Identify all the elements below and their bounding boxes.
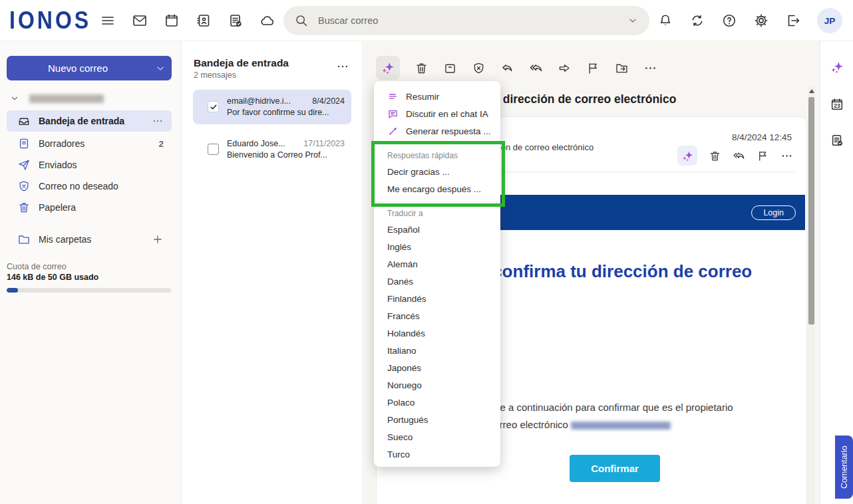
folder-sidebar: Nuevo correo Bandeja de entrada Borrador…	[0, 41, 182, 504]
mail-toolbar	[376, 56, 657, 80]
menu-item-language-danish[interactable]: Danés	[374, 273, 500, 290]
new-mail-split-chevron[interactable]	[149, 63, 172, 74]
sidebar-item-inbox[interactable]: Bandeja de entrada	[7, 110, 172, 132]
archive-icon[interactable]	[443, 61, 457, 75]
more-icon[interactable]	[780, 150, 793, 162]
menu-item-language-english[interactable]: Inglés	[374, 238, 500, 255]
message-list-title: Bandeja de entrada	[194, 57, 289, 69]
message-list-panel: Bandeja de entrada 2 mensajes email@hidr…	[182, 41, 363, 504]
tasks-icon[interactable]	[830, 133, 844, 148]
menu-item-language-japanese[interactable]: Japonés	[374, 359, 500, 376]
menu-item-language-swedish[interactable]: Sueco	[374, 428, 500, 445]
menu-item-language-norwegian[interactable]: Noruego	[374, 376, 500, 394]
bell-icon[interactable]	[657, 13, 673, 29]
message-row[interactable]: email@hidrive.i... 8/4/2024 Por favor co…	[193, 90, 351, 124]
menu-item-label: Discutir en el chat IA	[406, 109, 488, 119]
chevron-down-icon[interactable]	[627, 15, 639, 27]
menu-item-language-polish[interactable]: Polaco	[374, 394, 500, 411]
menu-item-language-portuguese[interactable]: Portugués	[374, 411, 500, 428]
menu-item-ai-chat[interactable]: Discutir en el chat IA	[374, 105, 500, 122]
menu-item-handle-later[interactable]: Me encargo después ...	[374, 180, 500, 197]
menu-item-language-french[interactable]: Francés	[374, 307, 500, 324]
search-bar[interactable]	[283, 6, 649, 35]
feedback-tab[interactable]: Comentario	[835, 436, 853, 499]
account-row[interactable]	[9, 93, 104, 104]
summarize-icon	[387, 91, 399, 102]
quota-title: Cuota de correo	[7, 262, 171, 271]
contacts-icon[interactable]	[196, 13, 212, 29]
vertical-scrollbar[interactable]	[808, 86, 815, 504]
scrollbar-thumb[interactable]	[808, 97, 814, 324]
trash-icon[interactable]	[415, 61, 428, 75]
message-sender: email@hidrive.i...	[227, 96, 308, 107]
calendar-icon[interactable]: 23	[830, 97, 844, 112]
login-button[interactable]: Login	[751, 205, 796, 220]
reply-all-icon[interactable]	[529, 61, 543, 75]
menu-item-say-thanks[interactable]: Decir gracias ...	[374, 163, 500, 180]
sidebar-item-trash[interactable]: Papelera	[7, 197, 172, 218]
ai-assistant-menu: Resumir Discutir en el chat IA Generar r…	[374, 81, 500, 467]
forward-icon[interactable]	[558, 61, 572, 75]
tasks-icon[interactable]	[228, 13, 244, 29]
menu-item-generate-reply[interactable]: Generar respuesta ...	[374, 122, 500, 140]
redacted-email-address	[571, 422, 671, 430]
message-count: 2 mensajes	[194, 70, 236, 80]
menu-item-label: Resumir	[406, 92, 439, 102]
reply-all-icon[interactable]	[733, 150, 745, 162]
ai-assistant-button[interactable]	[376, 56, 400, 80]
flag-icon[interactable]	[757, 150, 769, 162]
reply-icon[interactable]	[500, 61, 514, 75]
mail-quota: Cuota de correo 146 kB de 50 GB usado	[7, 262, 171, 293]
message-date: 17/11/2023	[303, 138, 345, 150]
mail-icon[interactable]	[132, 13, 148, 29]
menu-item-language-turkish[interactable]: Turco	[374, 445, 500, 463]
sidebar-item-my-folders[interactable]: Mis carpetas	[7, 229, 172, 250]
spam-shield-icon[interactable]	[472, 61, 486, 75]
menu-icon[interactable]	[100, 13, 116, 29]
search-input[interactable]	[318, 15, 627, 26]
scroll-up-arrow[interactable]	[809, 89, 814, 93]
add-folder-button[interactable]	[152, 233, 164, 245]
ai-sparkles-icon[interactable]	[830, 60, 844, 74]
flag-icon[interactable]	[586, 61, 600, 75]
folder-label: Enviados	[39, 160, 172, 170]
gear-icon[interactable]	[753, 13, 769, 29]
inbox-more-icon[interactable]	[152, 115, 164, 127]
chevron-down-icon[interactable]	[9, 93, 20, 104]
menu-divider	[374, 144, 500, 144]
message-checkbox-checked[interactable]	[208, 101, 219, 112]
menu-divider	[374, 201, 500, 202]
message-row[interactable]: Eduardo Jose... 17/11/2023 Bienvenido a …	[193, 132, 351, 167]
message-summary: email@hidrive.i... 8/4/2024 Por favor co…	[227, 96, 345, 118]
move-folder-icon[interactable]	[615, 61, 629, 75]
ai-sparkles-icon	[681, 150, 694, 162]
message-sender: Eduardo Jose...	[227, 138, 299, 150]
sidebar-item-sent[interactable]: Enviados	[7, 154, 172, 176]
menu-item-language-dutch[interactable]: Holandés	[374, 324, 500, 342]
trash-icon[interactable]	[709, 150, 721, 162]
new-mail-button[interactable]: Nuevo correo	[7, 56, 172, 80]
more-icon[interactable]	[643, 61, 657, 75]
sidebar-item-drafts[interactable]: Borradores 2	[7, 133, 172, 154]
translate-section-title: Traducir a	[374, 206, 500, 221]
menu-item-language-finnish[interactable]: Finlandés	[374, 290, 500, 307]
drafts-count-badge: 2	[158, 139, 164, 149]
menu-item-language-italian[interactable]: Italiano	[374, 342, 500, 359]
ai-assistant-button[interactable]	[677, 146, 697, 166]
avatar[interactable]: JP	[817, 8, 842, 33]
list-more-icon[interactable]	[336, 60, 349, 73]
message-checkbox-unchecked[interactable]	[208, 144, 219, 155]
sync-icon[interactable]	[689, 13, 705, 29]
menu-item-language-spanish[interactable]: Español	[374, 221, 500, 238]
help-icon[interactable]	[721, 13, 737, 29]
cloud-icon[interactable]	[259, 13, 275, 29]
confirm-button[interactable]: Confirmar	[570, 455, 660, 482]
email-datetime: 8/4/2024 12:45	[732, 132, 792, 142]
sidebar-item-spam[interactable]: Correo no deseado	[7, 176, 172, 197]
right-rail: 23	[820, 41, 853, 504]
logout-icon[interactable]	[785, 13, 801, 29]
inbox-icon	[17, 114, 31, 128]
menu-item-language-german[interactable]: Alemán	[374, 255, 500, 273]
ai-sparkles-icon	[381, 61, 395, 75]
menu-item-summarize[interactable]: Resumir	[374, 88, 500, 105]
